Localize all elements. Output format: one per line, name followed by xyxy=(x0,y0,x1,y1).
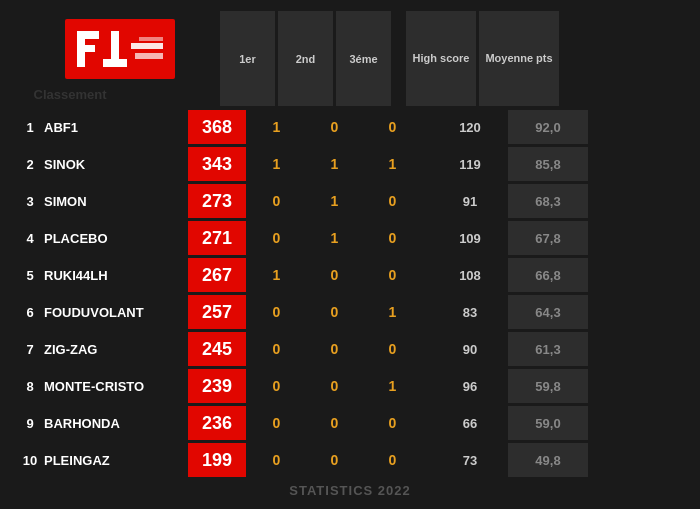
table-row: 4 PLACEBO 271 0 1 0 109 67,8 xyxy=(20,221,680,255)
pos1-cell: 1 xyxy=(249,110,304,144)
name-cell: SIMON xyxy=(40,194,188,209)
col-header-3eme: 3éme xyxy=(336,11,391,106)
moyenne-cell: 67,8 xyxy=(508,221,588,255)
pos1-cell: 1 xyxy=(249,258,304,292)
pos1-cell: 0 xyxy=(249,184,304,218)
table-row: 1 ABF1 368 1 0 0 120 92,0 xyxy=(20,110,680,144)
pos1-cell: 0 xyxy=(249,332,304,366)
table-row: 9 BARHONDA 236 0 0 0 66 59,0 xyxy=(20,406,680,440)
highscore-cell: 96 xyxy=(435,369,505,403)
score-cell: 236 xyxy=(188,406,246,440)
highscore-cell: 108 xyxy=(435,258,505,292)
moyenne-cell: 61,3 xyxy=(508,332,588,366)
table-row: 2 SINOK 343 1 1 1 119 85,8 xyxy=(20,147,680,181)
pos3-cell: 0 xyxy=(365,406,420,440)
svg-marker-7 xyxy=(135,53,163,59)
moyenne-cell: 85,8 xyxy=(508,147,588,181)
rank-cell: 10 xyxy=(20,453,40,468)
pos2-cell: 0 xyxy=(307,406,362,440)
pos2-cell: 0 xyxy=(307,332,362,366)
highscore-cell: 83 xyxy=(435,295,505,329)
svg-marker-6 xyxy=(131,43,163,49)
moyenne-cell: 68,3 xyxy=(508,184,588,218)
pos1-cell: 0 xyxy=(249,221,304,255)
pos3-cell: 1 xyxy=(365,369,420,403)
rank-cell: 8 xyxy=(20,379,40,394)
highscore-cell: 91 xyxy=(435,184,505,218)
pos2-cell: 1 xyxy=(307,184,362,218)
logo-classement-wrapper: Classement xyxy=(20,11,220,106)
highscore-cell: 119 xyxy=(435,147,505,181)
svg-rect-2 xyxy=(77,45,95,52)
pos3-cell: 0 xyxy=(365,258,420,292)
pos1-cell: 1 xyxy=(249,147,304,181)
name-cell: SINOK xyxy=(40,157,188,172)
pos3-cell: 0 xyxy=(365,221,420,255)
highscore-cell: 66 xyxy=(435,406,505,440)
pos3-cell: 1 xyxy=(365,147,420,181)
pos2-cell: 1 xyxy=(307,147,362,181)
score-cell: 343 xyxy=(188,147,246,181)
score-cell: 239 xyxy=(188,369,246,403)
pos2-cell: 0 xyxy=(307,369,362,403)
name-cell: PLACEBO xyxy=(40,231,188,246)
pos3-cell: 0 xyxy=(365,332,420,366)
pos1-cell: 0 xyxy=(249,406,304,440)
rank-cell: 9 xyxy=(20,416,40,431)
score-cell: 267 xyxy=(188,258,246,292)
pos2-cell: 1 xyxy=(307,221,362,255)
svg-marker-8 xyxy=(139,37,163,41)
table-row: 3 SIMON 273 0 1 0 91 68,3 xyxy=(20,184,680,218)
name-cell: FOUDUVOLANT xyxy=(40,305,188,320)
column-headers: 1er 2nd 3éme High score Moyenne pts xyxy=(220,11,680,106)
pos1-cell: 0 xyxy=(249,369,304,403)
table-row: 10 PLEINGAZ 199 0 0 0 73 49,8 xyxy=(20,443,680,477)
pos3-cell: 0 xyxy=(365,110,420,144)
rank-cell: 5 xyxy=(20,268,40,283)
f1-logo xyxy=(65,19,175,79)
rank-cell: 6 xyxy=(20,305,40,320)
pos2-cell: 0 xyxy=(307,110,362,144)
footer: STATISTICS 2022 xyxy=(20,483,680,498)
pos2-cell: 0 xyxy=(307,443,362,477)
score-cell: 273 xyxy=(188,184,246,218)
data-table: 1 ABF1 368 1 0 0 120 92,0 2 SINOK 343 1 … xyxy=(20,110,680,477)
name-cell: ABF1 xyxy=(40,120,188,135)
f1-logo-svg xyxy=(75,27,165,71)
name-cell: MONTE-CRISTO xyxy=(40,379,188,394)
moyenne-cell: 66,8 xyxy=(508,258,588,292)
pos2-cell: 0 xyxy=(307,295,362,329)
pos3-cell: 0 xyxy=(365,443,420,477)
pos2-cell: 0 xyxy=(307,258,362,292)
name-cell: ZIG-ZAG xyxy=(40,342,188,357)
moyenne-cell: 49,8 xyxy=(508,443,588,477)
classement-cell: Classement xyxy=(20,87,120,106)
name-cell: RUKI44LH xyxy=(40,268,188,283)
moyenne-cell: 59,0 xyxy=(508,406,588,440)
logo-area xyxy=(20,11,220,87)
rank-cell: 1 xyxy=(20,120,40,135)
pos3-cell: 1 xyxy=(365,295,420,329)
col-header-moyenne: Moyenne pts xyxy=(479,11,559,106)
highscore-cell: 120 xyxy=(435,110,505,144)
svg-rect-1 xyxy=(77,31,99,39)
highscore-cell: 73 xyxy=(435,443,505,477)
svg-rect-4 xyxy=(103,59,127,67)
score-cell: 257 xyxy=(188,295,246,329)
moyenne-cell: 59,8 xyxy=(508,369,588,403)
rank-cell: 3 xyxy=(20,194,40,209)
moyenne-cell: 64,3 xyxy=(508,295,588,329)
rank-cell: 7 xyxy=(20,342,40,357)
pos1-cell: 0 xyxy=(249,443,304,477)
score-cell: 245 xyxy=(188,332,246,366)
col-header-2nd: 2nd xyxy=(278,11,333,106)
col-header-highscore: High score xyxy=(406,11,476,106)
table-row: 6 FOUDUVOLANT 257 0 0 1 83 64,3 xyxy=(20,295,680,329)
highscore-cell: 90 xyxy=(435,332,505,366)
pos3-cell: 0 xyxy=(365,184,420,218)
score-cell: 199 xyxy=(188,443,246,477)
svg-marker-5 xyxy=(111,31,119,39)
col-header-1er: 1er xyxy=(220,11,275,106)
table-row: 7 ZIG-ZAG 245 0 0 0 90 61,3 xyxy=(20,332,680,366)
classement-label: Classement xyxy=(34,87,107,102)
